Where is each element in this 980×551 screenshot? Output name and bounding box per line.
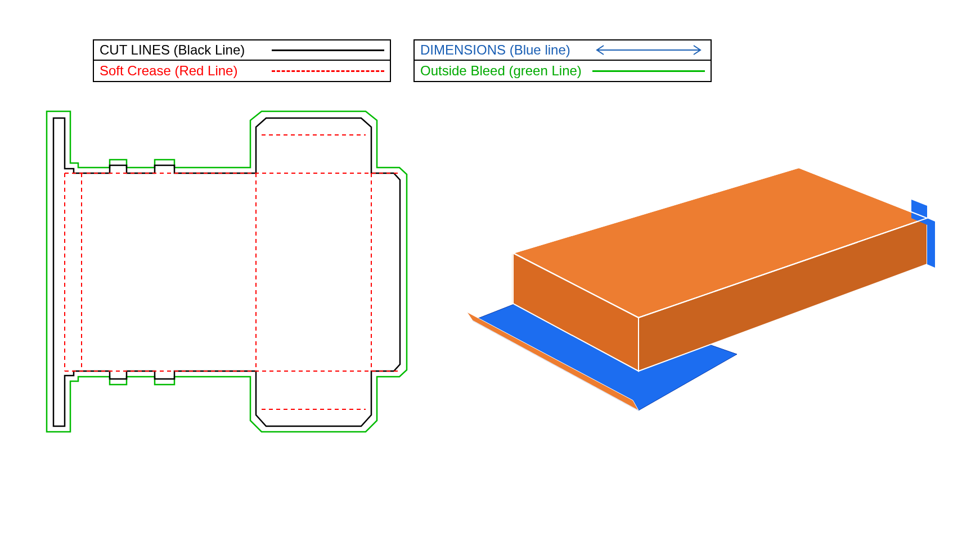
legend-label-bleed: Outside Bleed (green Line): [420, 63, 592, 79]
box-3d-svg: [450, 157, 939, 439]
legend: CUT LINES (Black Line) Soft Crease (Red …: [93, 39, 712, 82]
legend-label-dimensions: DIMENSIONS (Blue line): [420, 42, 592, 58]
legend-label-crease: Soft Crease (Red Line): [100, 63, 272, 79]
bleed-outline: [47, 111, 407, 432]
crease-lines: [65, 135, 400, 409]
legend-row-cut-lines: CUT LINES (Black Line): [94, 40, 390, 61]
legend-box-left: CUT LINES (Black Line) Soft Crease (Red …: [93, 39, 391, 82]
box-back-blue-flap: [927, 218, 935, 268]
box-3d-preview: [450, 157, 939, 439]
dieline-template: [42, 107, 436, 484]
legend-sample-cut: [272, 49, 384, 51]
legend-row-dimensions: DIMENSIONS (Blue line): [415, 40, 711, 61]
legend-row-bleed: Outside Bleed (green Line): [415, 61, 711, 81]
legend-sample-dimensions-arrow: [592, 43, 705, 57]
legend-box-right: DIMENSIONS (Blue line) Outside Bleed (gr…: [413, 39, 712, 82]
dieline-svg: [42, 107, 436, 484]
legend-sample-bleed: [592, 70, 705, 72]
legend-row-soft-crease: Soft Crease (Red Line): [94, 61, 390, 81]
cut-outline: [53, 118, 400, 426]
legend-label-cut: CUT LINES (Black Line): [100, 42, 272, 58]
legend-sample-crease: [272, 70, 384, 72]
